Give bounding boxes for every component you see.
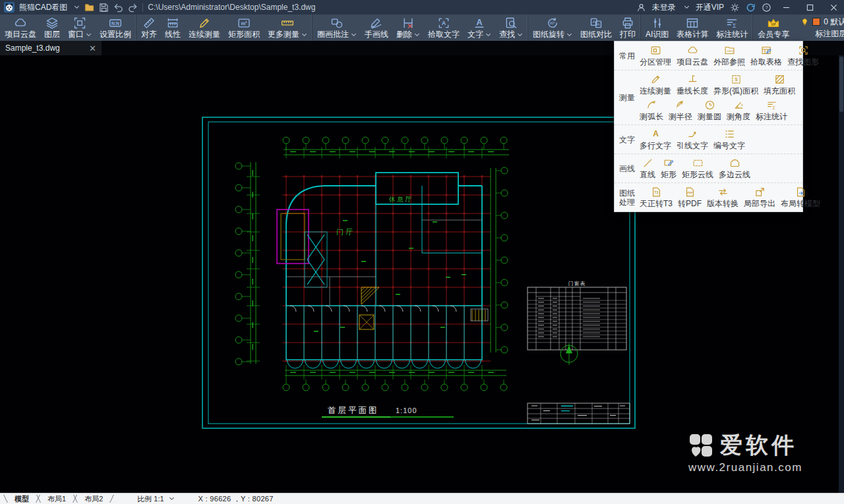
layer-selector-value: 0 默认图层 bbox=[824, 16, 844, 28]
panel-item-arc-length[interactable]: 测弧长 bbox=[637, 98, 666, 123]
toolbar-button-freehand-line[interactable]: 手画线 bbox=[361, 14, 392, 41]
toolbar-group: 90°图纸旋转AA图纸对比打印 bbox=[528, 14, 640, 41]
svg-text:S: S bbox=[735, 77, 737, 82]
toolbar-button-label: 手画线 bbox=[365, 30, 388, 39]
redo-icon[interactable] bbox=[128, 3, 138, 13]
panel-item-number-text[interactable]: 编号文字 bbox=[711, 126, 748, 152]
help-icon[interactable]: ? bbox=[762, 3, 771, 13]
toolbar-button-ai-recognize[interactable]: AI识图 bbox=[642, 14, 673, 41]
scrollbar-thumb[interactable] bbox=[839, 57, 843, 112]
xref-icon: DWG bbox=[724, 45, 735, 56]
panel-item-external-ref[interactable]: DWG外部参照 bbox=[711, 43, 748, 68]
panel-item-tz-to-t3[interactable]: T3天正转T3 bbox=[637, 184, 675, 210]
vip-upgrade-button[interactable]: 开通VIP bbox=[696, 2, 724, 13]
space-tab-布局2[interactable]: 布局2 bbox=[75, 493, 112, 504]
panel-item-partial-export[interactable]: 局部导出 bbox=[741, 184, 778, 210]
layers-icon bbox=[45, 16, 59, 30]
toolbar-button-linear[interactable]: 线性 bbox=[161, 14, 185, 41]
panel-item-label: 天正转T3 bbox=[640, 198, 673, 210]
minimize-button[interactable] bbox=[777, 0, 795, 14]
toolbar-button-project-cloud[interactable]: 项目云盘 bbox=[1, 14, 40, 41]
refresh-icon[interactable] bbox=[746, 3, 756, 13]
panel-item-partition-manage[interactable]: 分区管理 bbox=[637, 43, 674, 68]
panel-item-find-shape[interactable]: 查找图形 bbox=[785, 43, 822, 68]
tab-close-icon[interactable]: ✕ bbox=[89, 44, 96, 53]
scale-selector[interactable]: 比例 1:1 bbox=[137, 494, 174, 504]
panel-item-poly-cloud[interactable]: 多边云线 bbox=[716, 155, 753, 181]
svg-text:α: α bbox=[740, 103, 742, 107]
close-button[interactable] bbox=[825, 0, 843, 14]
toolbar-button-set-scale[interactable]: N:N设置比例 bbox=[96, 14, 135, 41]
rect-cloud-icon bbox=[692, 157, 704, 169]
save-icon[interactable] bbox=[99, 3, 109, 13]
panel-item-rect[interactable]: 矩形 bbox=[658, 155, 679, 181]
toolbar-button-layers[interactable]: 图层 bbox=[40, 14, 64, 41]
toolbar-button-find[interactable]: 查找 bbox=[495, 14, 527, 41]
space-tab-布局1[interactable]: 布局1 bbox=[38, 493, 75, 504]
leader-icon bbox=[687, 128, 698, 140]
toolbar-button-more-measure[interactable]: 更多测量 bbox=[264, 14, 311, 41]
toolbar-button-circle-annotate[interactable]: 圈画批注 bbox=[313, 14, 361, 41]
panel-item-layout-to-model[interactable]: 布局转模型 bbox=[778, 184, 823, 210]
panel-item-mtext[interactable]: A多行文字 bbox=[637, 126, 674, 152]
toolbar-button-align[interactable]: 对齐 bbox=[137, 14, 161, 41]
toolbar-button-label: 线性 bbox=[165, 30, 181, 39]
undo-icon[interactable] bbox=[113, 3, 123, 13]
panel-item-angle[interactable]: α测角度 bbox=[724, 98, 753, 123]
chevron-down-icon bbox=[485, 33, 491, 37]
toolbar-button-dim-stats[interactable]: Σ标注统计 bbox=[712, 14, 752, 41]
app-menu-chevron-icon[interactable] bbox=[74, 5, 80, 9]
panel-item-radius[interactable]: 测半径 bbox=[666, 98, 695, 123]
login-status[interactable]: 未登录 bbox=[652, 2, 676, 13]
login-chevron-icon[interactable] bbox=[684, 5, 690, 9]
panel-item-measure-circle[interactable]: 测量圆 bbox=[695, 98, 724, 123]
panel-category-label: 文字 bbox=[619, 135, 637, 144]
watermark-logo-icon bbox=[688, 433, 713, 458]
toolbar-button-vip-exclusive[interactable]: VIP会员专享 bbox=[754, 14, 793, 41]
panel-item-project-cloud[interactable]: 项目云盘 bbox=[674, 43, 711, 68]
panel-item-dim-stats[interactable]: Σ标注统计 bbox=[753, 98, 790, 123]
toolbar-button-table-calc[interactable]: 表格计算 bbox=[673, 14, 712, 41]
layer-selector[interactable]: 0 默认图层 bbox=[800, 16, 844, 27]
toolbar-button-sheet-rotate[interactable]: 90°图纸旋转 bbox=[529, 14, 576, 41]
layer-manage-button[interactable]: 标注图层管理 bbox=[815, 28, 844, 40]
svg-text:N:N: N:N bbox=[111, 21, 119, 26]
settings-gear-icon[interactable] bbox=[730, 3, 740, 13]
toolbar-button-print[interactable]: 打印 bbox=[616, 14, 640, 41]
panel-item-label: 分区管理 bbox=[640, 57, 671, 68]
scale-icon: N:N bbox=[109, 16, 122, 30]
app-title: 熊猫CAD看图 bbox=[19, 2, 67, 13]
toolbar-button-text[interactable]: A文字 bbox=[464, 14, 495, 41]
watermark-title: 爱软件 bbox=[720, 430, 797, 461]
panel-item-line[interactable]: 直线 bbox=[637, 155, 658, 181]
tab-sample-t3[interactable]: Sample_t3.dwg ✕ bbox=[0, 41, 102, 55]
angle-icon: α bbox=[733, 99, 744, 111]
toolbar-button-sheet-compare[interactable]: AA图纸对比 bbox=[576, 14, 616, 41]
print-icon bbox=[621, 16, 634, 30]
toolbar-button-rect-area[interactable]: m²矩形面积 bbox=[224, 14, 264, 41]
vertical-scrollbar[interactable] bbox=[839, 55, 844, 493]
panel-item-fill-area[interactable]: 填充面积 bbox=[761, 72, 798, 97]
panel-item-irregular-area[interactable]: S异形(弧)面积 bbox=[711, 72, 761, 97]
layout-model-icon bbox=[795, 186, 806, 198]
panel-item-to-pdf[interactable]: PDF转PDF bbox=[675, 184, 704, 210]
panel-item-continuous-measure[interactable]: 连续测量 bbox=[637, 72, 674, 97]
toolbar-button-continuous-measure[interactable]: 连续测量 bbox=[185, 14, 224, 41]
open-folder-icon[interactable] bbox=[84, 3, 94, 13]
toolbar-button-delete[interactable]: 删除 bbox=[392, 14, 424, 41]
svg-text:VIP: VIP bbox=[771, 23, 776, 26]
lightbulb-icon bbox=[800, 18, 809, 26]
maximize-button[interactable] bbox=[801, 0, 819, 14]
cloud-icon bbox=[14, 16, 27, 30]
panel-item-label: 垂线长度 bbox=[677, 86, 708, 97]
arc-area-icon: S bbox=[731, 74, 742, 85]
toolbar-button-label: 标注统计 bbox=[716, 30, 748, 39]
panel-item-pick-table[interactable]: 拾取表格 bbox=[748, 43, 785, 68]
space-tab-模型[interactable]: 模型 bbox=[5, 493, 38, 504]
toolbar-button-pick-text[interactable]: A拾取文字 bbox=[424, 14, 464, 41]
panel-item-perp-length[interactable]: 垂线长度 bbox=[674, 72, 711, 97]
toolbar-button-window[interactable]: 窗口 bbox=[64, 14, 96, 41]
panel-item-rect-cloud[interactable]: 矩形云线 bbox=[679, 155, 716, 181]
panel-item-leader-text[interactable]: 引线文字 bbox=[674, 126, 711, 152]
panel-item-version-convert[interactable]: 版本转换 bbox=[704, 184, 741, 210]
